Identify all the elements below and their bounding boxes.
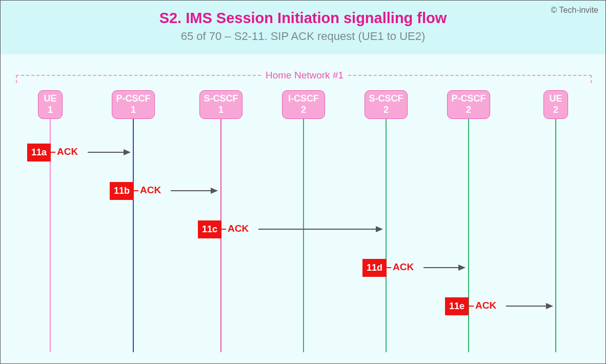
node-scscf1-line1: S-CSCF [200, 93, 242, 105]
header: © Tech-invite S2. IMS Session Initiation… [1, 1, 605, 54]
node-ue1-line2: 1 [38, 105, 62, 116]
step-11d-tick [386, 267, 391, 268]
node-ue2: UE 2 [543, 90, 568, 119]
node-ue1: UE 1 [38, 90, 63, 119]
node-pcscf2: P-CSCF 2 [447, 90, 490, 119]
network-label: Home Network #1 [261, 70, 348, 81]
node-pcscf1-line2: 1 [112, 105, 154, 116]
msg-11a-label: ACK [57, 146, 78, 157]
step-11e-tick [469, 306, 474, 307]
node-ue1-line1: UE [38, 93, 62, 105]
step-11b-tick [133, 190, 138, 191]
network-bracket-right [348, 75, 592, 76]
diagram-subtitle: 65 of 70 – S2-11. SIP ACK request (UE1 t… [1, 27, 605, 43]
node-pcscf2-line1: P-CSCF [448, 93, 490, 105]
diagram-frame: © Tech-invite S2. IMS Session Initiation… [0, 0, 606, 364]
msg-11c-label: ACK [228, 223, 249, 234]
step-11b: 11b [110, 182, 134, 200]
arrow-11b [171, 190, 217, 191]
node-scscf2-line2: 2 [365, 105, 407, 116]
diagram-body: Home Network #1 UE 1 P-CSCF 1 S-CSCF 1 I… [1, 54, 605, 363]
node-pcscf1-line1: P-CSCF [112, 93, 154, 105]
step-11a: 11a [27, 144, 51, 161]
node-scscf2: S-CSCF 2 [365, 90, 408, 119]
network-bracket-left-end [16, 75, 17, 83]
node-pcscf2-line2: 2 [448, 105, 490, 116]
lifeline-icscf2 [303, 119, 304, 352]
arrow-11a [88, 152, 130, 153]
node-ue2-line2: 2 [544, 105, 568, 116]
step-11a-tick [50, 152, 55, 153]
arrow-11e [506, 306, 552, 307]
network-bracket-right-end [591, 75, 592, 83]
lifeline-ue2 [555, 119, 556, 352]
node-ue2-line1: UE [544, 93, 568, 105]
lifeline-scscf2 [386, 119, 387, 352]
msg-11e-label: ACK [475, 300, 496, 311]
node-scscf1-line2: 1 [200, 105, 242, 116]
step-11c: 11c [198, 220, 221, 238]
node-scscf2-line1: S-CSCF [365, 93, 407, 105]
step-11e: 11e [445, 297, 469, 315]
network-bracket-left [16, 75, 261, 76]
diagram-title: S2. IMS Session Initiation signalling fl… [1, 1, 605, 27]
step-11c-tick [221, 229, 226, 230]
copyright-text: © Tech-invite [551, 6, 598, 15]
arrow-11c [258, 229, 382, 230]
node-icscf2-line1: I-CSCF [282, 93, 325, 105]
lifeline-pcscf2 [468, 119, 469, 352]
arrow-11d [423, 267, 464, 268]
node-icscf2-line2: 2 [282, 105, 325, 116]
node-icscf2: I-CSCF 2 [282, 90, 325, 119]
lifeline-pcscf1 [133, 119, 134, 352]
step-11d: 11d [362, 259, 387, 277]
msg-11b-label: ACK [140, 185, 161, 196]
node-pcscf1: P-CSCF 1 [112, 90, 155, 119]
msg-11d-label: ACK [393, 261, 414, 273]
node-scscf1: S-CSCF 1 [199, 90, 243, 119]
